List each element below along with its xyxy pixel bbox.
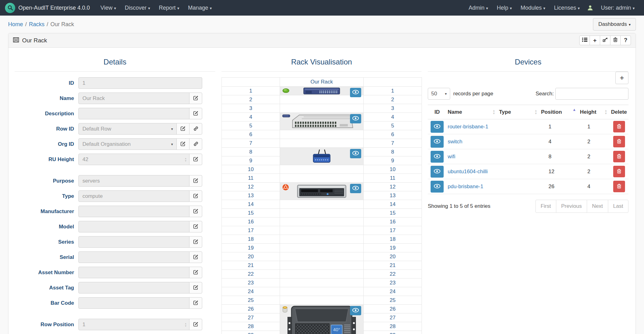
view-device-button[interactable]	[350, 88, 361, 97]
eye-icon	[434, 124, 441, 130]
menu-report[interactable]: Report▾	[155, 5, 184, 11]
row-id-edit-button[interactable]	[176, 123, 189, 135]
pagination-previous-button[interactable]: Previous	[556, 200, 587, 213]
rack-unit-number: 12	[222, 183, 280, 191]
delete-device-button[interactable]	[613, 151, 625, 162]
row-position-edit-button[interactable]	[189, 319, 202, 330]
rack-title: Our Rack	[280, 78, 364, 87]
sort-icons: ▲▼	[492, 109, 495, 115]
asset-tag-field[interactable]	[78, 282, 189, 293]
menu-help[interactable]: Help▾	[492, 5, 516, 11]
rack-row: 1111	[222, 174, 422, 183]
rack-unit-number: 24	[222, 287, 280, 296]
dashboards-button[interactable]: Dashboards▾	[593, 18, 636, 31]
model-edit-button[interactable]	[189, 221, 202, 232]
ru-height-edit-button[interactable]	[189, 154, 202, 165]
description-field[interactable]	[78, 108, 189, 119]
series-field[interactable]	[78, 236, 189, 248]
rack-visualisation-table: Our Rack11223344556677889910101111121213…	[222, 77, 422, 334]
stepper-arrows-icon[interactable]: ▴▾	[185, 157, 186, 162]
row-position-number-input[interactable]: 1▴▾	[78, 319, 189, 330]
user-avatar-icon[interactable]	[584, 5, 596, 11]
menu-licenses[interactable]: Licenses▾	[550, 5, 584, 11]
view-device-button[interactable]	[431, 151, 444, 163]
asset-number-edit-button[interactable]	[189, 267, 202, 278]
view-device-button[interactable]	[350, 306, 361, 315]
pagination-first-button[interactable]: First	[535, 200, 556, 213]
name-edit-button[interactable]	[189, 93, 202, 104]
view-device-button[interactable]	[431, 166, 444, 178]
device-name-link[interactable]: ubuntu1604-chilli	[448, 169, 488, 174]
menu-view[interactable]: View▾	[96, 5, 120, 11]
org-id-select[interactable]: Default Organisation▾	[78, 138, 177, 150]
help-button[interactable]: ?	[620, 36, 631, 45]
rack-row: 2121	[222, 261, 422, 270]
device-name-link[interactable]: wifi	[448, 154, 455, 160]
pagination-last-button[interactable]: Last	[608, 200, 628, 213]
device-name-link[interactable]: router-brisbane-1	[448, 124, 488, 130]
view-device-button[interactable]	[431, 181, 444, 193]
stepper-arrows-icon[interactable]: ▴▾	[185, 322, 186, 327]
delete-device-button[interactable]	[613, 166, 625, 177]
row-id-select[interactable]: Default Row▾	[78, 123, 177, 135]
export-button[interactable]	[600, 36, 610, 45]
view-device-button[interactable]	[350, 149, 361, 158]
manufacturer-edit-button[interactable]	[189, 206, 202, 217]
ru-height-number-input[interactable]: 42▴▾	[78, 154, 189, 165]
breadcrumb-racks[interactable]: Racks	[29, 21, 44, 28]
add-device-button[interactable]: +	[615, 72, 628, 84]
purpose-field[interactable]	[78, 175, 189, 187]
menu-admin[interactable]: Admin▾	[464, 5, 492, 11]
menu-discover[interactable]: Discover▾	[120, 5, 155, 11]
view-device-button[interactable]	[431, 136, 444, 148]
list-button[interactable]	[579, 36, 590, 45]
user-menu[interactable]: User: admin▾	[596, 5, 639, 11]
type-edit-button[interactable]	[189, 190, 202, 202]
breadcrumb-home[interactable]: Home	[8, 21, 23, 28]
series-edit-button[interactable]	[189, 236, 202, 248]
view-device-button[interactable]	[350, 184, 361, 193]
row-id-link-button[interactable]	[189, 123, 202, 135]
description-edit-button[interactable]	[189, 108, 202, 119]
org-id-link-button[interactable]	[189, 138, 202, 150]
field-row-series: Series	[15, 236, 215, 248]
add-button[interactable]: +	[590, 36, 600, 45]
rack-row: 1818	[222, 235, 422, 244]
device-name-link[interactable]: switch	[448, 139, 462, 145]
org-id-edit-button[interactable]	[176, 138, 189, 150]
column-header-position[interactable]: Position▲	[540, 105, 579, 119]
serial-field[interactable]	[78, 251, 189, 263]
bar-code-edit-button[interactable]	[189, 297, 202, 309]
rack-unit-number: 27	[222, 313, 280, 322]
device-height: 1	[579, 119, 610, 134]
asset-number-field[interactable]	[78, 267, 189, 278]
rack-unit-number: 4	[222, 113, 280, 122]
column-header-name[interactable]: Name▲▼	[446, 105, 498, 119]
asset-tag-edit-button[interactable]	[189, 282, 202, 293]
delete-device-button[interactable]	[613, 121, 625, 132]
search-input[interactable]	[555, 88, 628, 100]
model-field[interactable]	[78, 221, 189, 232]
eye-icon	[352, 90, 359, 95]
manufacturer-field[interactable]	[78, 206, 189, 217]
menu-manage[interactable]: Manage▾	[184, 5, 216, 11]
menu-modules[interactable]: Modules▾	[516, 5, 550, 11]
records-per-page-select[interactable]: 50 ▾	[428, 88, 450, 100]
purpose-edit-button[interactable]	[189, 175, 202, 187]
column-header-height[interactable]: Height▲▼	[579, 105, 610, 119]
column-header-delete: Delete	[610, 105, 628, 119]
column-header-type[interactable]: Type▲▼	[498, 105, 540, 119]
pagination-next-button[interactable]: Next	[587, 200, 608, 213]
serial-edit-button[interactable]	[189, 251, 202, 263]
trash-button[interactable]	[610, 36, 621, 45]
name-field[interactable]	[78, 93, 189, 104]
type-field[interactable]	[78, 190, 189, 202]
device-name-link[interactable]: pdu-brisbane-1	[448, 184, 483, 189]
delete-device-button[interactable]	[613, 136, 625, 147]
view-device-button[interactable]	[431, 121, 444, 133]
view-device-button[interactable]	[350, 114, 361, 123]
delete-device-button[interactable]	[613, 181, 625, 192]
bar-code-field[interactable]	[78, 297, 189, 309]
rack-unit-number: 28	[222, 322, 280, 331]
app-brand: Open-AudIT Enterprise 4.0.0	[5, 3, 90, 13]
